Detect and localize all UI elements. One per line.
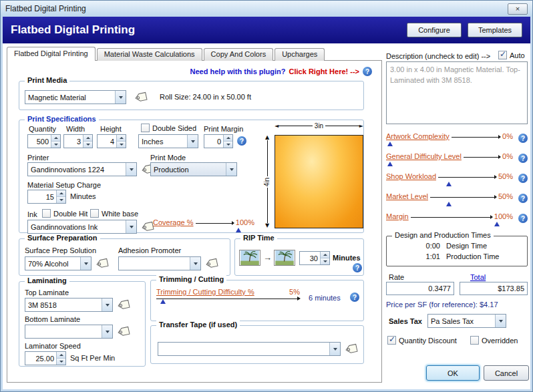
units-select[interactable]: Inches <box>138 134 198 148</box>
ok-button[interactable]: OK <box>426 365 480 381</box>
trimming-difficulty-link[interactable]: Trimming / Cutting Difficulty % <box>156 288 254 296</box>
slider-handle[interactable] <box>387 142 393 146</box>
spin-down-icon[interactable] <box>83 142 92 148</box>
spin-up-icon[interactable] <box>224 135 232 142</box>
bottom-laminate-select[interactable] <box>25 325 113 339</box>
tag-icon[interactable] <box>344 343 359 355</box>
spin-down-icon[interactable] <box>224 142 232 148</box>
chevron-down-icon <box>126 163 136 176</box>
spin-up-icon[interactable] <box>117 135 126 142</box>
titlebar[interactable]: Flatbed Digital Printing × <box>1 1 532 17</box>
tab-flatbed-digital-printing[interactable]: Flatbed Digital Printing <box>7 47 96 61</box>
slider-track <box>196 223 234 224</box>
price-per-sf-text: Price per SF (for reference): $4.17 <box>386 301 498 309</box>
spin-up-icon[interactable] <box>83 135 92 142</box>
ink-label: Ink <box>27 210 37 218</box>
configure-button[interactable]: Configure <box>407 23 462 37</box>
slider-handle[interactable] <box>160 299 166 304</box>
shop-workload-link[interactable]: Shop Workload <box>386 172 436 180</box>
printer-select[interactable]: Gandinnovations 1224 <box>27 162 137 176</box>
market-level-help-icon[interactable]: ? <box>518 194 528 203</box>
spin-down-icon[interactable] <box>117 142 126 148</box>
tag-icon[interactable] <box>134 91 149 104</box>
material-setup-stepper[interactable]: 15 <box>27 190 66 204</box>
tag-icon[interactable] <box>95 257 110 270</box>
height-stepper[interactable]: 4 <box>97 134 126 148</box>
artwork-complexity-link[interactable]: Artwork Complexity <box>386 132 450 140</box>
spin-down-icon[interactable] <box>51 142 60 148</box>
surface-prep-select[interactable]: 70% Alcohol <box>25 256 92 270</box>
help-icon[interactable]: ? <box>363 67 372 76</box>
sales-tax-select[interactable]: Pa Sales Tax <box>427 314 506 328</box>
top-laminate-select[interactable]: 3M 8518 <box>25 298 113 312</box>
margin-link[interactable]: Margin <box>386 212 409 220</box>
slider-handle[interactable] <box>446 202 452 206</box>
description-field[interactable]: 3.00 in x 4.00 in Magnetic Material. Top… <box>386 61 528 124</box>
spin-down-icon[interactable] <box>57 197 65 203</box>
width-stepper[interactable]: 3 <box>63 134 93 148</box>
market-level-link[interactable]: Market Level <box>386 192 428 200</box>
double-sided-checkbox[interactable]: Double Sided <box>141 124 196 132</box>
artwork-complexity-help-icon[interactable]: ? <box>518 134 528 143</box>
market-level-slider[interactable]: Market Level50% ? <box>386 192 528 210</box>
general-difficulty-help-icon[interactable]: ? <box>518 154 528 163</box>
rip-help-icon[interactable]: ? <box>353 263 362 272</box>
overridden-checkbox[interactable]: Overridden <box>470 336 518 345</box>
spin-down-icon[interactable] <box>321 258 329 264</box>
cancel-button[interactable]: Cancel <box>484 365 529 381</box>
slider-handle[interactable] <box>387 162 393 166</box>
artwork-complexity-slider[interactable]: Artwork Complexity0% ? <box>386 132 528 150</box>
tab-upcharges[interactable]: Upcharges <box>275 48 325 61</box>
tag-icon[interactable] <box>204 257 220 270</box>
tab-copy-and-colors[interactable]: Copy And Colors <box>204 48 274 61</box>
transfer-tape-select[interactable] <box>158 342 341 356</box>
help-link[interactable]: Click Right Here! --> <box>289 67 359 75</box>
ink-select[interactable]: Gandinnovations Ink <box>27 220 137 234</box>
white-base-checkbox[interactable]: White base <box>90 209 138 218</box>
material-select[interactable]: Magnetic Material <box>25 90 126 104</box>
margin-slider[interactable]: Margin100% ? <box>386 212 528 230</box>
quantity-stepper[interactable]: 500 <box>27 134 61 148</box>
trimming-help-icon[interactable]: ? <box>350 292 359 302</box>
general-difficulty-link[interactable]: General Difficulty Level <box>386 152 462 160</box>
trimming-difficulty-slider[interactable]: Trimming / Cutting Difficulty % 5% <box>156 287 300 306</box>
surface-prep-label: Surface Prep Solution <box>25 246 96 254</box>
slider-handle[interactable] <box>236 228 241 232</box>
total-field[interactable]: $173.85 <box>460 282 528 295</box>
slider-handle[interactable] <box>494 222 500 226</box>
coverage-link[interactable]: Coverage % <box>153 218 194 226</box>
spin-up-icon[interactable] <box>57 352 65 359</box>
tag-icon[interactable] <box>116 299 132 311</box>
print-margin-help-icon[interactable]: ? <box>237 136 246 146</box>
spin-up-icon[interactable] <box>51 135 60 142</box>
adhesion-promoter-select[interactable] <box>118 256 201 270</box>
description-label: Description (uncheck to edit) --> <box>386 52 490 60</box>
auto-checkbox[interactable]: Auto <box>498 51 525 59</box>
print-margin-stepper[interactable]: 0 <box>204 134 233 148</box>
rip-minutes-label: Minutes <box>333 254 361 262</box>
spin-down-icon[interactable] <box>57 359 65 365</box>
shop-workload-slider[interactable]: Shop Workload50% ? <box>386 172 528 190</box>
slider-track <box>430 197 496 198</box>
shop-workload-help-icon[interactable]: ? <box>518 174 528 183</box>
templates-button[interactable]: Templates <box>468 23 522 37</box>
tab-material-waste-calculations[interactable]: Material Waste Calculations <box>97 48 202 61</box>
print-mode-select[interactable]: Production <box>150 162 237 176</box>
margin-help-icon[interactable]: ? <box>518 214 528 223</box>
general-difficulty-slider[interactable]: General Difficulty Level0% ? <box>386 152 528 170</box>
coverage-slider[interactable]: Coverage % 100% <box>153 218 254 236</box>
tab-strip: Flatbed Digital Printing Material Waste … <box>7 47 326 61</box>
help-banner: Need help with this plugin? Click Right … <box>190 67 372 76</box>
double-hit-checkbox[interactable]: Double Hit <box>42 209 87 218</box>
rip-minutes-stepper[interactable]: 30 <box>299 251 330 265</box>
spin-up-icon[interactable] <box>57 190 65 197</box>
rate-field[interactable]: 0.3477 <box>386 282 454 295</box>
slider-handle[interactable] <box>446 182 452 186</box>
checkbox-box <box>42 209 51 218</box>
tag-icon[interactable] <box>116 325 132 338</box>
total-link[interactable]: Total <box>470 273 486 281</box>
laminator-speed-stepper[interactable]: 25.00 <box>25 351 66 365</box>
close-button[interactable]: × <box>508 3 528 15</box>
spin-up-icon[interactable] <box>321 252 329 258</box>
quantity-discount-checkbox[interactable]: Quantity Discount <box>387 336 457 345</box>
